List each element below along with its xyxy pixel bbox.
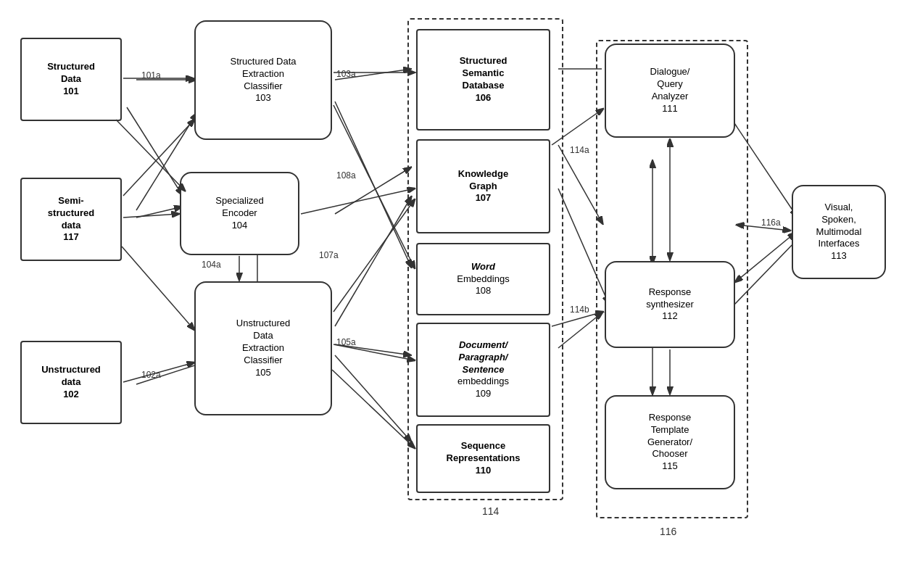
node-label: Response Template Generator/ Chooser 115 [647, 412, 692, 473]
node-label: Sequence Representations 110 [447, 440, 521, 477]
svg-line-29 [122, 247, 194, 330]
svg-line-35 [334, 199, 415, 312]
svg-line-37 [332, 370, 415, 448]
node-label: Word Embeddings 108 [457, 261, 509, 298]
label-116: 116 [660, 526, 676, 537]
node-kg: Knowledge Graph 107 [416, 139, 550, 233]
node-spec-encoder: Specialized Encoder 104 [180, 172, 299, 255]
node-label: Dialogue/ Query Analyzer 111 [650, 66, 690, 115]
svg-line-4 [136, 207, 183, 218]
label-107a: 107a [319, 250, 339, 260]
node-label: Response synthesizer 112 [646, 286, 694, 323]
node-visual: Visual, Spoken, Multimodal Interfaces 11… [792, 185, 886, 279]
node-ssd: Structured Semantic Database 106 [416, 29, 550, 131]
svg-line-32 [334, 105, 415, 268]
svg-line-6 [127, 107, 183, 196]
svg-line-26 [116, 120, 185, 191]
node-label: Structured Data 101 [47, 61, 95, 98]
node-udec: Unstructured Data Extraction Classifier … [194, 281, 332, 415]
node-sdec: Structured Data Extraction Classifier 10… [194, 20, 332, 140]
node-label: Structured Data Extraction Classifier 10… [230, 56, 296, 105]
node-label: Unstructured Data Extraction Classifier … [236, 318, 290, 378]
node-label: Knowledge Graph 107 [458, 168, 508, 205]
node-rs: Response synthesizer 112 [605, 261, 735, 348]
node-unstructured-data: Unstructured data 102 [20, 341, 122, 424]
label-114b: 114b [570, 305, 589, 315]
svg-line-13 [335, 355, 412, 442]
node-label: Visual, Spoken, Multimodal Interfaces 11… [816, 202, 862, 262]
node-label: Unstructured data 102 [41, 364, 101, 401]
svg-line-33 [301, 189, 415, 214]
svg-line-28 [123, 214, 179, 218]
node-dps: Document/ Paragraph/ Sentence embeddings… [416, 323, 550, 417]
label-116a: 116a [761, 218, 781, 228]
node-we: Word Embeddings 108 [416, 243, 550, 315]
node-label: Specialized Encoder 104 [215, 195, 264, 232]
node-label: Structured Semantic Database 106 [460, 55, 508, 104]
node-label: Document/ Paragraph/ Sentence embeddings… [457, 339, 509, 400]
label-105a: 105a [336, 337, 356, 347]
label-101a: 101a [141, 70, 161, 80]
label-103a: 103a [336, 69, 356, 79]
node-label: Semi- structured data 117 [48, 195, 94, 244]
label-114: 114 [482, 505, 499, 517]
label-104a: 104a [202, 260, 221, 270]
label-114a: 114a [570, 145, 589, 155]
node-semi-structured: Semi- structured data 117 [20, 178, 122, 261]
svg-line-8 [335, 102, 412, 268]
label-108a: 108a [336, 170, 356, 181]
diagram: Structured Data 101 Semi- structured dat… [0, 0, 899, 588]
node-dqa: Dialogue/ Query Analyzer 111 [605, 44, 735, 138]
label-102a: 102a [141, 370, 161, 380]
svg-line-11 [335, 196, 412, 326]
node-structured-data: Structured Data 101 [20, 38, 122, 121]
node-sr: Sequence Representations 110 [416, 424, 550, 493]
node-rtg: Response Template Generator/ Chooser 115 [605, 395, 735, 489]
